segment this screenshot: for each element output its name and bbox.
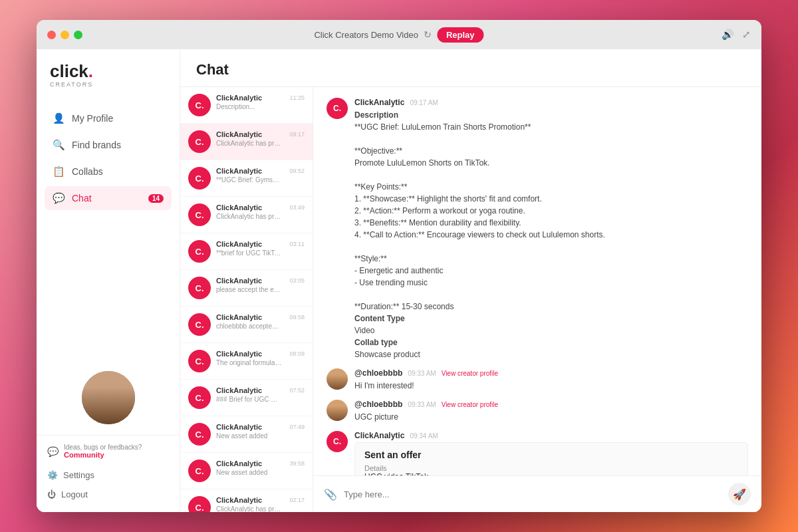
msg-time: 09:17 AM: [410, 99, 438, 106]
chat-avatar: C.: [188, 313, 211, 336]
msg-text: Hi I'm interested!: [354, 380, 748, 392]
chat-avatar: C.: [188, 277, 211, 299]
list-item[interactable]: C. ClickAnalytic ### Brief for UGC Video…: [180, 380, 313, 416]
main-layout: click. CREATORS 👤 My Profile 🔍 Find bran…: [37, 49, 761, 512]
chat-list-preview: please accept the end of the project: [216, 286, 281, 293]
chat-list-name: ClickAnalytic: [216, 94, 281, 102]
app-window: Click Creators Demo Video ↻ Replay 🔊 ⤢ c…: [37, 20, 761, 512]
logo-dot: .: [88, 61, 93, 81]
chat-messages-area: C. ClickAnalytic 09:17 AM Description **…: [313, 87, 761, 512]
chat-list-time: 39:58: [289, 460, 305, 467]
fullscreen-icon[interactable]: ⤢: [742, 29, 751, 41]
sidebar-item-chat[interactable]: 💬 Chat 14: [45, 186, 172, 210]
list-item[interactable]: C. ClickAnalytic ClickAnalytic has proce…: [180, 489, 313, 512]
chat-area: Chat C. ClickAnalytic Description... 11:…: [180, 49, 761, 512]
titlebar-right: 🔊 ⤢: [722, 29, 751, 41]
chat-list-preview: chloebbbb accepted the offer...: [216, 323, 281, 330]
chat-list-time: 07:49: [289, 424, 305, 430]
nav-items: 👤 My Profile 🔍 Find brands 📋 Collabs 💬 C…: [37, 106, 180, 360]
msg-sender: @chloebbbb: [354, 368, 402, 378]
user-avatar-img: [327, 400, 348, 421]
list-item[interactable]: C. ClickAnalytic The original formula of…: [180, 343, 313, 380]
chat-list-preview: ClickAnalytic has proceed to...: [216, 505, 281, 512]
chat-list-content: ClickAnalytic ClickAnalytic has proceed …: [216, 130, 281, 147]
chat-avatar: C.: [188, 130, 211, 153]
titlebar: Click Creators Demo Video ↻ Replay 🔊 ⤢: [37, 20, 761, 49]
msg-sender: @chloebbbb: [354, 400, 402, 409]
attach-icon[interactable]: 📎: [324, 488, 337, 501]
chat-badge: 14: [148, 194, 164, 203]
chat-list-time: 03:49: [289, 204, 305, 211]
chat-list-time: 02:17: [289, 497, 305, 503]
message-row: C. ClickAnalytic 09:34 AM Sent an offer …: [327, 431, 748, 475]
chat-avatar: C.: [188, 423, 211, 446]
logout-item[interactable]: ⏻ Logout: [47, 485, 169, 504]
chat-avatar: C.: [188, 240, 211, 263]
avatar: [82, 371, 135, 424]
view-profile-link[interactable]: View creator profile: [442, 401, 498, 408]
chat-list-time: 11:25: [289, 94, 305, 101]
msg-text: UGC picture: [354, 411, 748, 423]
close-button[interactable]: [47, 31, 56, 39]
chat-list: C. ClickAnalytic Description... 11:25 C.…: [180, 87, 313, 512]
msg-header: ClickAnalytic 09:34 AM: [354, 431, 748, 440]
chat-avatar: C.: [188, 167, 211, 190]
chat-list-time: 03:11: [289, 241, 305, 247]
send-icon: 🚀: [733, 488, 746, 501]
settings-item[interactable]: ⚙️ Settings: [47, 466, 169, 485]
msg-content: ClickAnalytic 09:17 AM Description **UGC…: [354, 98, 748, 360]
chat-list-content: ClickAnalytic New asset added: [216, 460, 281, 476]
chat-avatar: C.: [188, 203, 211, 226]
chat-list-content: ClickAnalytic please accept the end of t…: [216, 277, 281, 293]
chat-list-name: ClickAnalytic: [216, 460, 281, 467]
chat-list-name: ClickAnalytic: [216, 350, 281, 358]
settings-label: Settings: [63, 470, 94, 480]
chat-list-content: ClickAnalytic ClickAnalytic has proceed …: [216, 496, 281, 512]
chat-list-time: 09:58: [289, 314, 305, 321]
chat-list-preview: New asset added: [216, 469, 281, 476]
chat-avatar: C.: [188, 496, 211, 512]
list-item[interactable]: C. ClickAnalytic New asset added 39:58: [180, 453, 313, 489]
offer-details-label: Details: [364, 464, 738, 472]
maximize-button[interactable]: [74, 31, 82, 39]
view-profile-link[interactable]: View creator profile: [442, 370, 498, 377]
sidebar-item-collabs[interactable]: 📋 Collabs: [45, 160, 172, 184]
video-title: Click Creators Demo Video: [314, 30, 418, 40]
avatar-section: [37, 360, 180, 435]
sidebar: click. CREATORS 👤 My Profile 🔍 Find bran…: [37, 49, 180, 512]
sidebar-item-find-brands[interactable]: 🔍 Find brands: [45, 133, 172, 157]
msg-content: ClickAnalytic 09:34 AM Sent an offer Det…: [354, 431, 748, 475]
chat-list-time: 09:52: [289, 168, 305, 174]
logout-label: Logout: [61, 489, 88, 499]
offer-title: Sent an offer: [364, 450, 738, 460]
chat-list-content: ClickAnalytic New asset added: [216, 423, 281, 440]
minimize-button[interactable]: [61, 31, 69, 39]
list-item[interactable]: C. ClickAnalytic ClickAnalytic has proce…: [180, 124, 313, 160]
list-item[interactable]: C. ClickAnalytic **brief for UGC TikTok.…: [180, 233, 313, 270]
chat-input[interactable]: [344, 489, 722, 499]
list-item[interactable]: C. ClickAnalytic **UGC Brief: Gymshark..…: [180, 160, 313, 197]
sidebar-item-my-profile[interactable]: 👤 My Profile: [45, 106, 172, 130]
chat-icon: 💬: [53, 192, 65, 204]
chat-input-area: 📎 🚀: [313, 475, 761, 512]
titlebar-center: Click Creators Demo Video ↻ Replay: [314, 27, 483, 43]
list-item[interactable]: C. ClickAnalytic please accept the end o…: [180, 270, 313, 307]
msg-header: @chloebbbb 09:33 AM View creator profile: [354, 400, 748, 409]
msg-avatar-user: [327, 368, 348, 390]
list-item[interactable]: C. ClickAnalytic chloebbbb accepted the …: [180, 307, 313, 343]
list-item[interactable]: C. ClickAnalytic Description... 11:25: [180, 87, 313, 124]
volume-icon[interactable]: 🔊: [722, 29, 734, 41]
refresh-icon[interactable]: ↻: [424, 29, 432, 40]
replay-button[interactable]: Replay: [437, 27, 484, 43]
msg-content: @chloebbbb 09:33 AM View creator profile…: [354, 400, 748, 423]
list-item[interactable]: C. ClickAnalytic New asset added 07:49: [180, 416, 313, 453]
chat-list-time: 08:09: [289, 350, 305, 357]
chat-list-preview: Description...: [216, 103, 281, 110]
list-item[interactable]: C. ClickAnalytic ClickAnalytic has proce…: [180, 197, 313, 233]
community-link[interactable]: 💬 Ideas, bugs or feedbacks? Community: [47, 444, 169, 466]
message-row: C. ClickAnalytic 09:17 AM Description **…: [327, 98, 748, 360]
send-button[interactable]: 🚀: [728, 483, 751, 505]
chat-list-content: ClickAnalytic The original formula of ou…: [216, 350, 281, 366]
chat-list-name: ClickAnalytic: [216, 386, 281, 394]
chat-list-time: 03:05: [289, 277, 305, 284]
